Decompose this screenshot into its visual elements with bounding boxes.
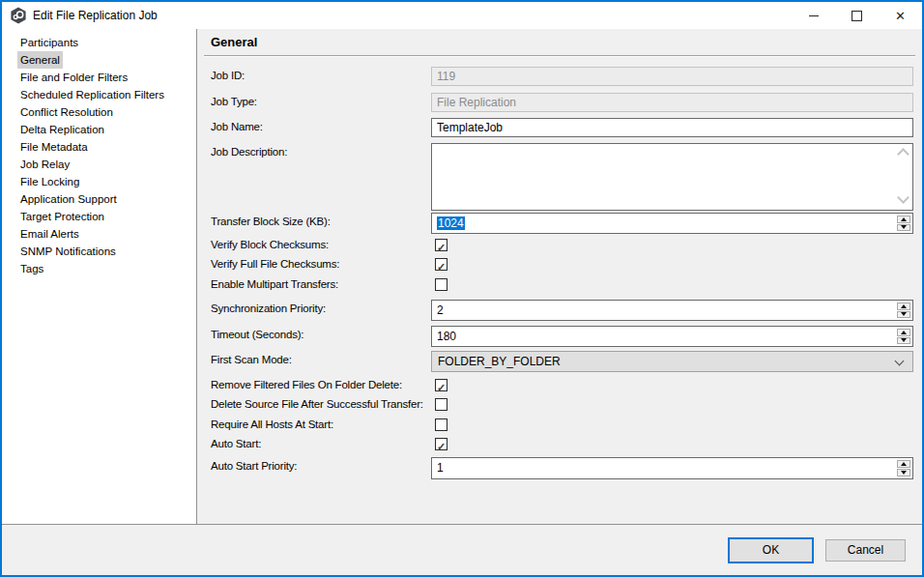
auto-start-priority-input[interactable]: 1 (431, 457, 913, 479)
job-name-input[interactable]: TemplateJob (431, 118, 913, 137)
sidebar-item-application-support[interactable]: Application Support (17, 190, 120, 208)
verify-full-file-checksums-label: Verify Full File Checksums: (211, 258, 339, 270)
job-id-field: 119 (431, 67, 913, 86)
sidebar-item-email-alerts[interactable]: Email Alerts (17, 225, 82, 243)
verify-block-checksums-checkbox[interactable]: ✓ (435, 239, 448, 251)
close-icon: ✕ (895, 10, 906, 22)
scroll-down-icon[interactable] (897, 191, 910, 204)
dialog-footer: OK Cancel (2, 525, 922, 575)
settings-category-list: Participants General File and Folder Fil… (2, 29, 197, 525)
timeout-spinner (896, 328, 911, 345)
delete-source-file-label: Delete Source File After Successful Tran… (211, 398, 423, 410)
sidebar-item-tags[interactable]: Tags (17, 260, 46, 277)
auto-start-priority-value: 1 (437, 461, 444, 475)
spinner-down-button[interactable] (897, 311, 910, 319)
spinner-up-button[interactable] (897, 329, 910, 336)
sidebar-item-file-and-folder-filters[interactable]: File and Folder Filters (17, 69, 130, 86)
spinner-up-button[interactable] (897, 460, 910, 468)
spinner-down-button[interactable] (897, 469, 910, 476)
titlebar: Edit File Replication Job ✕ (2, 2, 922, 29)
job-type-value: File Replication (437, 96, 516, 109)
cancel-button[interactable]: Cancel (825, 539, 906, 562)
enable-multipart-transfers-checkbox[interactable] (435, 278, 448, 291)
ok-button[interactable]: OK (728, 537, 814, 563)
chevron-down-icon (895, 357, 905, 366)
arrow-down-icon (901, 338, 907, 342)
minimize-icon (809, 15, 819, 16)
sidebar-item-file-metadata[interactable]: File Metadata (17, 138, 91, 156)
app-icon (10, 7, 27, 24)
job-id-label: Job ID: (211, 70, 245, 81)
transfer-block-size-spinner (896, 215, 911, 232)
sidebar-item-job-relay[interactable]: Job Relay (17, 156, 72, 173)
arrow-up-icon (901, 304, 907, 308)
arrow-up-icon (901, 462, 907, 466)
remove-filtered-files-label: Remove Filtered Files On Folder Delete: (211, 379, 402, 390)
arrow-up-icon (901, 217, 907, 221)
synchronization-priority-spinner (896, 302, 911, 319)
transfer-block-size-label: Transfer Block Size (KB): (211, 216, 331, 227)
window-title: Edit File Replication Job (33, 9, 158, 22)
first-scan-mode-label: First Scan Mode: (211, 354, 292, 365)
auto-start-priority-label: Auto Start Priority: (211, 460, 297, 472)
check-icon: ✓ (437, 242, 446, 253)
check-icon: ✓ (437, 441, 446, 452)
transfer-block-size-input[interactable]: 1024 (431, 213, 913, 234)
sidebar-item-snmp-notifications[interactable]: SNMP Notifications (17, 243, 119, 260)
sidebar-item-participants[interactable]: Participants (17, 34, 81, 51)
synchronization-priority-input[interactable]: 2 (431, 300, 913, 321)
maximize-icon (852, 11, 862, 21)
arrow-up-icon (901, 331, 907, 334)
maximize-button[interactable] (835, 2, 879, 29)
verify-full-file-checksums-checkbox[interactable]: ✓ (435, 258, 448, 271)
arrow-down-icon (901, 312, 907, 316)
panel-title: General (211, 35, 257, 49)
first-scan-mode-select[interactable]: FOLDER_BY_FOLDER (431, 351, 913, 372)
job-type-field: File Replication (431, 93, 913, 112)
require-all-hosts-checkbox[interactable] (435, 418, 448, 431)
spinner-down-button[interactable] (897, 224, 910, 232)
verify-block-checksums-label: Verify Block Checksums: (211, 239, 329, 250)
timeout-value: 180 (437, 330, 456, 343)
edit-file-replication-job-dialog: Edit File Replication Job ✕ Participants… (0, 0, 924, 577)
arrow-down-icon (901, 225, 907, 229)
spinner-up-button[interactable] (897, 303, 910, 310)
scroll-up-icon[interactable] (897, 148, 910, 160)
auto-start-checkbox[interactable]: ✓ (435, 438, 448, 450)
job-name-value: TemplateJob (437, 121, 503, 134)
timeout-label: Timeout (Seconds): (211, 329, 303, 340)
sidebar-item-general[interactable]: General (17, 51, 63, 69)
synchronization-priority-label: Synchronization Priority: (211, 303, 326, 314)
first-scan-mode-value: FOLDER_BY_FOLDER (438, 355, 561, 368)
enable-multipart-transfers-label: Enable Multipart Transfers: (211, 278, 338, 290)
general-panel: General Job ID: 119 Job Type: File Repli… (197, 29, 922, 525)
job-type-label: Job Type: (211, 96, 257, 107)
synchronization-priority-value: 2 (437, 303, 444, 317)
require-all-hosts-label: Require All Hosts At Start: (211, 418, 333, 430)
selected-text: 1024 (437, 216, 465, 230)
check-icon: ✓ (437, 261, 446, 273)
sidebar-item-file-locking[interactable]: File Locking (17, 173, 82, 190)
sidebar-item-conflict-resolution[interactable]: Conflict Resolution (17, 103, 116, 121)
remove-filtered-files-checkbox[interactable]: ✓ (435, 379, 448, 391)
job-name-label: Job Name: (211, 121, 263, 132)
arrow-down-icon (901, 471, 907, 475)
spinner-up-button[interactable] (897, 216, 910, 223)
minimize-button[interactable] (792, 2, 835, 29)
sidebar-item-delta-replication[interactable]: Delta Replication (17, 121, 107, 138)
auto-start-priority-spinner (896, 459, 911, 477)
spinner-down-button[interactable] (897, 337, 910, 345)
check-icon: ✓ (437, 382, 446, 393)
close-button[interactable]: ✕ (879, 2, 922, 29)
job-id-value: 119 (437, 70, 455, 83)
timeout-seconds-input[interactable]: 180 (431, 326, 913, 347)
job-description-textarea[interactable] (431, 143, 913, 211)
header-separator (204, 55, 915, 57)
delete-source-file-checkbox[interactable] (435, 398, 448, 411)
auto-start-label: Auto Start: (211, 438, 261, 449)
job-description-label: Job Description: (211, 146, 287, 158)
sidebar-item-scheduled-replication-filters[interactable]: Scheduled Replication Filters (17, 86, 167, 103)
sidebar-item-target-protection[interactable]: Target Protection (17, 208, 107, 225)
